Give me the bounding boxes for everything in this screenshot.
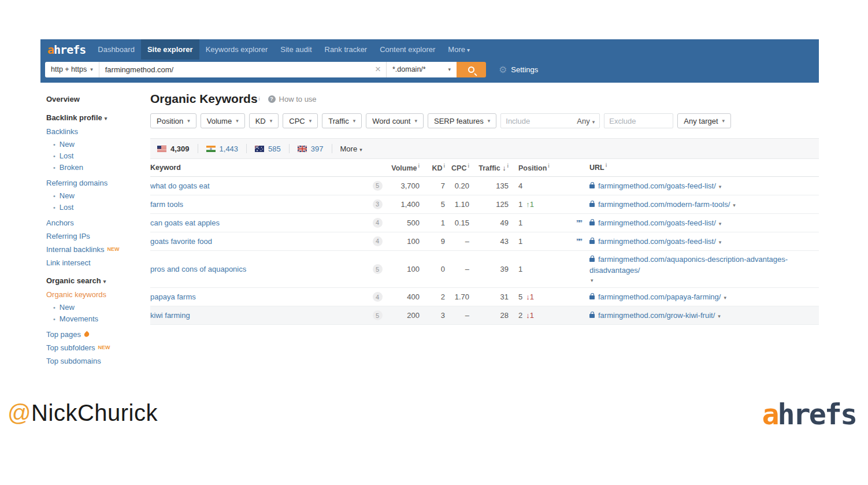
sidebar-item-top-pages[interactable]: Top pages	[46, 328, 144, 341]
col-header-kd[interactable]: KDi	[420, 163, 445, 172]
col-header-position[interactable]: Positioni	[509, 163, 561, 172]
sidebar-item-keywords-new[interactable]: •New	[46, 301, 144, 313]
keyword-link[interactable]: goats favorite food	[150, 234, 370, 249]
bullet-icon: •	[53, 192, 55, 199]
any-target-dropdown[interactable]: Any target▾	[677, 113, 731, 128]
filter-cpc[interactable]: CPC▾	[283, 113, 318, 128]
word-count-badge: 5	[373, 310, 383, 320]
filter-traffic[interactable]: Traffic▾	[322, 113, 362, 128]
url-link[interactable]: farmingmethod.com/aquaponics-description…	[581, 251, 819, 288]
sidebar-section-backlink-profile[interactable]: Backlink profile▾	[46, 110, 144, 125]
sidebar-item-internal-backlinks[interactable]: Internal backlinksNEW	[46, 243, 144, 256]
scope-dropdown[interactable]: *.domain/*▾	[386, 62, 457, 77]
how-to-use-link[interactable]: ? How to use	[268, 95, 317, 103]
url-link[interactable]: farmingmethod.com/papaya-farming/▾	[581, 288, 819, 306]
url-link[interactable]: farmingmethod.com/goats-feed-list/▾	[581, 177, 819, 195]
nav-rank-tracker[interactable]: Rank tracker	[318, 39, 374, 60]
target-search-box: http + https▾ × *.domain/*▾	[45, 62, 457, 77]
filter-word-count[interactable]: Word count▾	[366, 113, 424, 128]
col-header-keyword[interactable]: Keyword	[150, 160, 370, 175]
col-header-url[interactable]: URLi	[581, 159, 819, 176]
sidebar-section-organic-search[interactable]: Organic search▾	[46, 273, 144, 288]
chevron-down-icon[interactable]: ▾	[718, 313, 721, 319]
traffic-value: 135	[469, 182, 509, 190]
filter-kd[interactable]: KD▾	[249, 113, 279, 128]
filter-serp-features[interactable]: SERP features▾	[428, 113, 496, 128]
chevron-down-icon[interactable]: ▾	[719, 184, 722, 190]
sidebar-item-keywords-movements[interactable]: •Movements	[46, 313, 144, 324]
chevron-down-icon: ▾	[359, 147, 362, 153]
sidebar-item-backlinks[interactable]: Backlinks	[46, 125, 144, 138]
col-header-traffic[interactable]: Traffic ↓i	[469, 163, 509, 172]
cpc-value: 1.10	[445, 200, 469, 209]
sidebar-item-link-intersect[interactable]: Link intersect	[46, 256, 144, 269]
filter-position[interactable]: Position▾	[150, 113, 196, 128]
sidebar-item-backlinks-broken[interactable]: •Broken	[46, 161, 144, 173]
url-link[interactable]: farmingmethod.com/goats-feed-list/▾	[581, 214, 819, 232]
lock-icon	[589, 295, 595, 299]
keyword-link[interactable]: what do goats eat	[150, 178, 370, 194]
sidebar-item-organic-keywords[interactable]: Organic keywords	[46, 288, 144, 301]
word-count-badge: 3	[373, 199, 383, 209]
keyword-link[interactable]: papaya farms	[150, 289, 370, 305]
position-change-down: ↓1	[526, 311, 534, 320]
chevron-down-icon[interactable]: ▾	[719, 239, 722, 245]
traffic-value: 49	[469, 219, 509, 227]
keyword-link[interactable]: can goats eat apples	[150, 215, 370, 231]
volume-value: 100	[385, 265, 420, 273]
nav-more[interactable]: More▾	[442, 39, 476, 60]
chevron-down-icon[interactable]: ▾	[733, 202, 736, 208]
sidebar-item-overview[interactable]: Overview	[46, 92, 144, 106]
sidebar-item-anchors[interactable]: Anchors	[46, 216, 144, 229]
search-button[interactable]	[457, 62, 486, 77]
col-header-cpc[interactable]: CPCi	[445, 163, 469, 172]
filter-volume[interactable]: Volume▾	[201, 113, 245, 128]
country-tab-gb[interactable]: 397	[298, 145, 324, 153]
country-tab-au[interactable]: 585	[255, 145, 281, 153]
sidebar-item-refdomains-new[interactable]: •New	[46, 190, 144, 201]
target-url-input[interactable]	[99, 65, 370, 74]
sidebar-item-backlinks-lost[interactable]: •Lost	[46, 150, 144, 161]
clear-input-icon[interactable]: ×	[370, 64, 386, 75]
url-link[interactable]: farmingmethod.com/goats-feed-list/▾	[581, 233, 819, 250]
country-tab-in[interactable]: 1,443	[206, 145, 239, 153]
chevron-down-icon[interactable]: ▾	[591, 277, 819, 285]
keyword-link[interactable]: kiwi farming	[150, 308, 370, 323]
col-header-volume[interactable]: Volumei	[385, 163, 420, 172]
sidebar: Overview Backlink profile▾ Backlinks •Ne…	[40, 83, 144, 368]
ahrefs-logo[interactable]: ahrefs	[44, 43, 91, 57]
kd-value: 9	[420, 237, 445, 246]
settings-button[interactable]: ⚙ Settings	[499, 64, 538, 75]
exclude-filter-box	[604, 113, 673, 128]
position-value: 1	[509, 219, 561, 227]
include-input[interactable]	[506, 117, 577, 125]
search-icon	[468, 66, 474, 73]
nav-dashboard[interactable]: Dashboard	[91, 39, 141, 60]
lock-icon	[589, 203, 595, 207]
nav-site-explorer[interactable]: Site explorer	[141, 39, 199, 60]
keyword-link[interactable]: farm tools	[150, 197, 370, 212]
sidebar-item-referring-domains[interactable]: Referring domains	[46, 176, 144, 190]
sidebar-item-referring-ips[interactable]: Referring IPs	[46, 229, 144, 243]
url-link[interactable]: farmingmethod.com/modern-farm-tools/▾	[581, 196, 819, 213]
country-tab-us[interactable]: 4,309	[157, 145, 190, 153]
sidebar-item-backlinks-new[interactable]: •New	[46, 138, 144, 150]
lock-icon	[589, 240, 595, 244]
sidebar-item-top-subdomains[interactable]: Top subdomains	[46, 354, 144, 368]
nav-site-audit[interactable]: Site audit	[274, 39, 318, 60]
keyword-link[interactable]: pros and cons of aquaponics	[150, 261, 370, 277]
exclude-input[interactable]	[609, 117, 668, 125]
include-any-dropdown[interactable]: Any▾	[577, 117, 595, 125]
sidebar-item-refdomains-lost[interactable]: •Lost	[46, 201, 144, 213]
bullet-icon: •	[53, 141, 55, 148]
url-link[interactable]: farmingmethod.com/grow-kiwi-fruit/▾	[581, 307, 819, 324]
chevron-down-icon[interactable]: ▾	[724, 295, 726, 301]
nav-keywords-explorer[interactable]: Keywords explorer	[199, 39, 275, 60]
ahrefs-app-window: ahrefs Dashboard Site explorer Keywords …	[40, 39, 819, 368]
more-countries-dropdown[interactable]: More▾	[340, 145, 362, 153]
chevron-down-icon[interactable]: ▾	[719, 221, 722, 227]
chevron-down-icon: ▾	[414, 118, 417, 124]
nav-content-explorer[interactable]: Content explorer	[373, 39, 442, 60]
sidebar-item-top-subfolders[interactable]: Top subfoldersNEW	[46, 341, 144, 354]
protocol-mode-dropdown[interactable]: http + https▾	[45, 62, 99, 77]
